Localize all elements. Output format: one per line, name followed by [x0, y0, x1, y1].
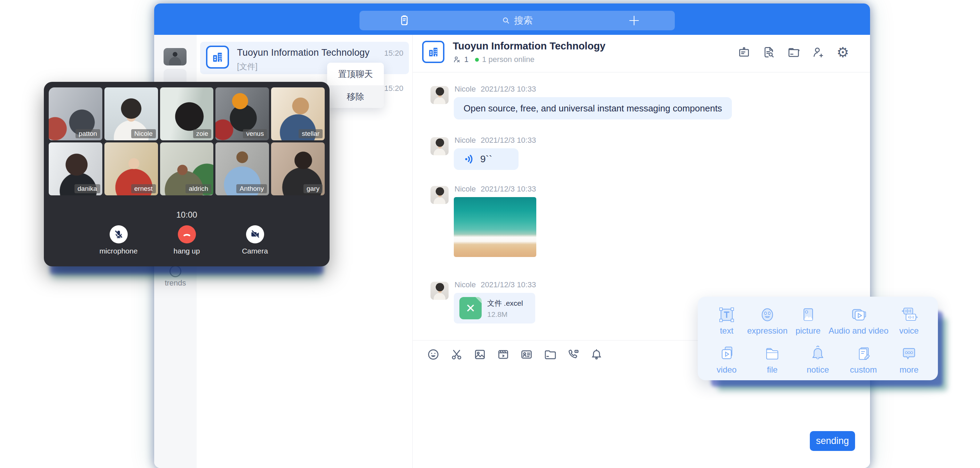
popup-item-label: expression	[747, 326, 788, 335]
call-timer: 10:00	[44, 210, 329, 220]
voice-wave-icon	[463, 153, 476, 165]
participant-tile[interactable]: zoie	[160, 88, 214, 141]
participant-name: patton	[76, 129, 100, 138]
trends-icon	[169, 265, 181, 277]
expression-icon	[747, 304, 788, 324]
group-avatar-icon	[422, 41, 444, 63]
text-icon	[712, 304, 741, 324]
emoji-icon[interactable]	[427, 347, 440, 363]
popup-item-more[interactable]: more	[894, 343, 924, 375]
conversation-last-message: [文件]	[237, 61, 258, 72]
popup-item-custom[interactable]: custom	[848, 343, 878, 375]
participant-grid: patton Nicole zoie venus stellar danika …	[49, 88, 325, 195]
popup-item-file[interactable]: file	[757, 343, 787, 375]
participant-tile[interactable]: venus	[215, 88, 269, 141]
microphone-button[interactable]: microphone	[96, 225, 141, 255]
sidebar-item-trends[interactable]: trends	[154, 265, 197, 288]
participant-tile[interactable]: gary	[271, 142, 325, 195]
picture-blue-icon	[793, 304, 823, 324]
participant-name: Anthony	[236, 184, 267, 193]
participant-tile[interactable]: stellar	[271, 88, 325, 141]
send-button[interactable]: sending	[810, 431, 855, 451]
popup-item-label: notice	[807, 365, 829, 374]
add-icon[interactable]	[627, 14, 641, 27]
group-files-icon[interactable]	[786, 45, 800, 59]
participant-tile[interactable]: Anthony	[215, 142, 269, 195]
avatar[interactable]	[431, 86, 449, 104]
beach-photo[interactable]	[454, 197, 536, 257]
message-bubble[interactable]: Open source, free, and universal instant…	[454, 97, 732, 120]
participant-tile[interactable]: aldrich	[160, 142, 214, 195]
search-icon	[501, 16, 511, 25]
picture-icon[interactable]	[473, 347, 487, 363]
participant-name: zoie	[193, 129, 212, 138]
chat-history-search-icon[interactable]	[762, 45, 776, 59]
camera-button[interactable]: Camera	[232, 225, 278, 255]
user-avatar[interactable]	[164, 48, 186, 65]
more-bubble-icon	[894, 343, 924, 363]
menu-item-remove[interactable]: 移除	[327, 85, 384, 108]
chat-panel: Tuoyun Information Technology 1 1 person…	[413, 35, 870, 468]
call-icon[interactable]	[566, 347, 580, 363]
voice-duration: 9``	[480, 153, 492, 165]
popup-item-video[interactable]: video	[712, 343, 741, 375]
popup-item-label: file	[767, 365, 778, 374]
hang-up-button[interactable]: hang up	[164, 225, 210, 255]
popup-item-label: video	[717, 365, 737, 374]
announcement-icon[interactable]	[737, 45, 751, 59]
popup-item-picture[interactable]: picture	[793, 304, 823, 336]
popup-item-text[interactable]: text	[712, 304, 741, 336]
video-clip-icon[interactable]	[496, 347, 510, 363]
chat-subtitle: 1 1 person online	[453, 55, 535, 64]
context-menu: 置顶聊天 移除	[327, 63, 384, 108]
message-time: 2021/12/3 10:33	[480, 85, 536, 93]
avatar[interactable]	[431, 186, 449, 204]
notice-bell-icon	[803, 343, 833, 363]
titlebar: 搜索	[154, 3, 870, 35]
avatar[interactable]	[431, 137, 449, 155]
popup-item-label: custom	[850, 365, 877, 374]
popup-item-label: voice	[899, 326, 919, 335]
participant-name: danika	[75, 184, 100, 193]
message-toolbar	[427, 347, 603, 363]
hang-up-label: hang up	[173, 247, 200, 255]
voice-bubble[interactable]: 9``	[454, 149, 519, 170]
participant-tile[interactable]: patton	[49, 88, 102, 141]
search-placeholder: 搜索	[514, 14, 533, 27]
member-icon	[453, 55, 461, 64]
avatar[interactable]	[431, 282, 449, 300]
participant-tile[interactable]: ernest	[104, 142, 158, 195]
popup-item-voice[interactable]: voice	[894, 304, 924, 336]
custom-edit-icon	[848, 343, 878, 363]
desktop: 搜索 trends	[0, 0, 980, 468]
popup-item-notice[interactable]: notice	[803, 343, 833, 375]
screenshot-scissors-icon[interactable]	[450, 347, 463, 363]
video-call-window: patton Nicole zoie venus stellar danika …	[44, 82, 329, 267]
search-bar[interactable]: 搜索	[360, 11, 675, 30]
popup-item-label: text	[720, 326, 733, 335]
participant-tile[interactable]: Nicole	[104, 88, 158, 141]
add-member-icon[interactable]	[811, 45, 825, 59]
popup-item-expression[interactable]: expression	[747, 304, 788, 336]
gear-icon[interactable]: ⚙	[836, 45, 850, 59]
sender-name: Nicole	[455, 136, 476, 144]
popup-item-label: picture	[795, 326, 821, 335]
sender-name: Nicole	[455, 185, 476, 193]
contact-card-icon[interactable]	[520, 347, 533, 363]
conversation-time: 15:20	[384, 49, 403, 58]
popup-item-label: more	[900, 365, 919, 374]
menu-item-pin-chat[interactable]: 置顶聊天	[327, 63, 384, 85]
notification-bell-icon[interactable]	[590, 347, 603, 363]
popup-item-audio-video[interactable]: Audio and video	[829, 304, 888, 336]
group-avatar-icon	[206, 46, 229, 69]
call-controls: microphone hang up Camera	[44, 225, 329, 255]
participant-tile[interactable]: danika	[49, 142, 102, 195]
file-folder-icon[interactable]	[543, 347, 557, 363]
video-blue-icon	[712, 343, 741, 363]
file-card[interactable]: 文件 .excel 12.8M	[454, 293, 535, 324]
file-name: 文件 .excel	[487, 299, 523, 308]
file-folder-blue-icon	[757, 343, 787, 363]
camera-muted-icon	[246, 225, 264, 243]
camera-label: Camera	[242, 247, 268, 255]
voice-bubbles-icon	[894, 304, 924, 324]
